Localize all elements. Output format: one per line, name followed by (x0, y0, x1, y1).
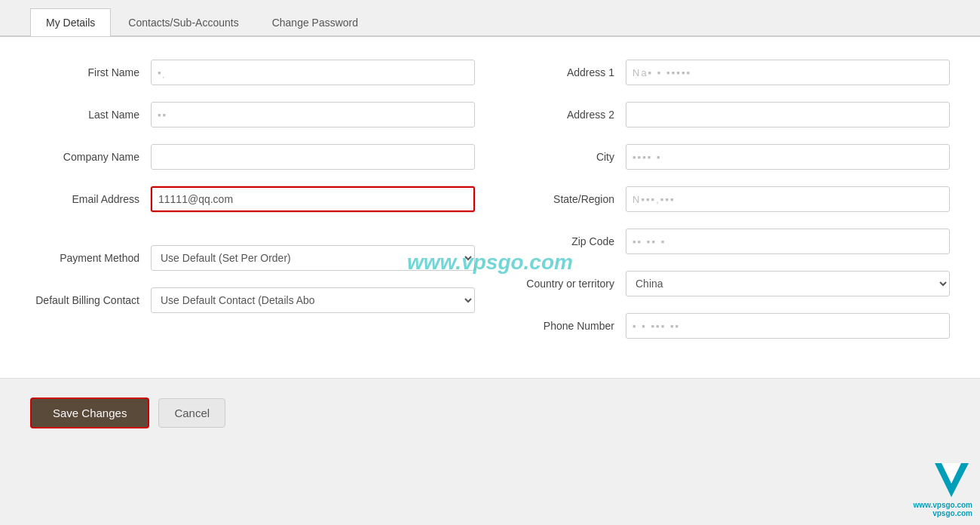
address1-label: Address 1 (505, 66, 626, 78)
state-row: State/Region (505, 186, 950, 212)
state-label: State/Region (505, 193, 626, 205)
page-wrapper: My Details Contacts/Sub-Accounts Change … (0, 0, 980, 525)
payment-method-select[interactable]: Use Default (Set Per Order) (151, 245, 475, 271)
zip-row: Zip Code (505, 229, 950, 254)
first-name-input[interactable] (151, 60, 475, 85)
company-name-input[interactable] (151, 144, 475, 170)
payment-method-label: Payment Method (30, 252, 151, 264)
cancel-button[interactable]: Cancel (158, 398, 225, 428)
payment-method-row: Payment Method Use Default (Set Per Orde… (30, 245, 475, 271)
zip-input[interactable] (626, 229, 950, 254)
form-left-col: First Name Last Name Company Name Email … (30, 60, 475, 355)
tab-contacts-sub-accounts[interactable]: Contacts/Sub-Accounts (112, 8, 254, 36)
phone-label: Phone Number (505, 320, 626, 332)
logo-area: www.vpsgo.com vpsgo.com (913, 459, 972, 517)
city-row: City (505, 144, 950, 170)
email-address-label: Email Address (30, 193, 151, 205)
vpsgo-logo-icon (931, 459, 972, 501)
footer-area: Save Changes Cancel (0, 378, 980, 447)
phone-input[interactable] (626, 313, 950, 339)
email-address-row: Email Address (30, 186, 475, 212)
phone-row: Phone Number (505, 313, 950, 339)
city-input[interactable] (626, 144, 950, 170)
state-input[interactable] (626, 186, 950, 212)
company-name-label: Company Name (30, 151, 151, 163)
first-name-label: First Name (30, 66, 151, 78)
billing-contact-row: Default Billing Contact Use Default Cont… (30, 287, 475, 313)
last-name-row: Last Name (30, 102, 475, 127)
tabs-container: My Details Contacts/Sub-Accounts Change … (0, 0, 980, 36)
country-row: Country or territory China (505, 271, 950, 296)
tab-my-details[interactable]: My Details (30, 8, 111, 36)
country-label: Country or territory (505, 278, 626, 290)
form-right-col: Address 1 Address 2 City State/Region (505, 60, 950, 355)
address2-label: Address 2 (505, 109, 626, 121)
billing-contact-label: Default Billing Contact (30, 294, 151, 306)
address1-input[interactable] (626, 60, 950, 85)
last-name-label: Last Name (30, 109, 151, 121)
zip-label: Zip Code (505, 235, 626, 247)
company-name-row: Company Name (30, 144, 475, 170)
first-name-row: First Name (30, 60, 475, 85)
country-select[interactable]: China (626, 271, 950, 296)
tab-change-password[interactable]: Change Password (256, 8, 374, 36)
content-area: First Name Last Name Company Name Email … (0, 36, 980, 378)
address2-row: Address 2 (505, 102, 950, 127)
address1-row: Address 1 (505, 60, 950, 85)
form-grid: First Name Last Name Company Name Email … (30, 60, 950, 355)
address2-input[interactable] (626, 102, 950, 127)
save-changes-button[interactable]: Save Changes (30, 398, 149, 428)
billing-contact-select[interactable]: Use Default Contact (Details Abo (151, 287, 475, 313)
email-address-input[interactable] (151, 186, 475, 212)
city-label: City (505, 151, 626, 163)
logo-text: www.vpsgo.com vpsgo.com (913, 501, 972, 517)
last-name-input[interactable] (151, 102, 475, 127)
